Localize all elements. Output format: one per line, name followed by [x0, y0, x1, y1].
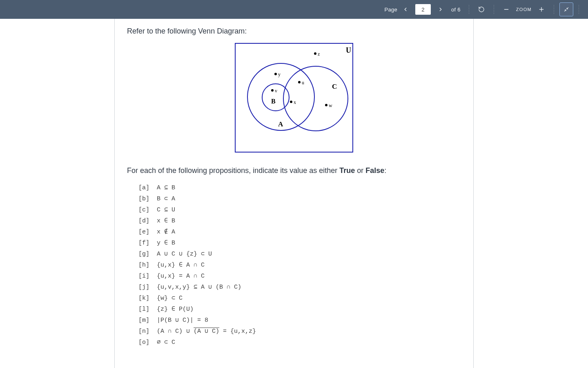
document-viewer: Refer to the following Venn Diagram: U C…: [0, 19, 588, 368]
proposition-row: [b] B ⊂ A: [138, 193, 461, 204]
svg-point-6: [283, 66, 348, 131]
reload-button[interactable]: [475, 3, 488, 16]
page-label: Page: [385, 7, 397, 13]
venn-prompt: Refer to the following Venn Diagram:: [127, 27, 461, 36]
venn-label-C: C: [332, 83, 337, 90]
instruction-pre: For each of the following propositions, …: [127, 166, 339, 175]
toolbar-separator: [494, 4, 494, 15]
venn-label-U: U: [346, 46, 351, 54]
proposition-row: [e] x ∉ A: [138, 227, 461, 238]
svg-point-7: [314, 52, 316, 55]
instruction-colon: :: [384, 166, 386, 175]
venn-point-v: v: [275, 88, 277, 94]
venn-point-y: y: [278, 72, 281, 77]
proposition-row: [i] {u,x} = A ∩ C: [138, 271, 461, 282]
proposition-row: [f] y ∈ B: [138, 238, 461, 249]
toolbar-separator: [469, 4, 469, 15]
prev-page-button[interactable]: [399, 3, 412, 16]
proposition-row: [j] {u,v,x,y} ⊆ A ∪ (B ∩ C): [138, 282, 461, 293]
toolbar-separator: [579, 4, 579, 15]
zoom-in-button[interactable]: [535, 3, 548, 16]
svg-point-8: [274, 73, 277, 75]
toolbar-separator: [554, 4, 554, 15]
collapse-button[interactable]: [560, 3, 573, 16]
proposition-row: [a] A ⊆ B: [138, 182, 461, 193]
svg-point-9: [298, 81, 301, 83]
instruction-true: True: [339, 166, 355, 175]
proposition-row: [d] x ∈ B: [138, 215, 461, 227]
venn-point-w: w: [329, 103, 332, 108]
svg-point-12: [325, 104, 327, 106]
instruction-or: or: [355, 166, 365, 175]
venn-label-A: A: [278, 120, 283, 128]
zoom-label: ZOOM: [516, 7, 532, 12]
instruction-text: For each of the following propositions, …: [127, 166, 461, 175]
page-total-label: of 6: [451, 7, 461, 13]
proposition-row: [h] {u,x} ∈ A ∩ C: [138, 260, 461, 271]
venn-diagram: U C B A z y u v x w: [127, 43, 461, 153]
venn-point-x: x: [294, 99, 296, 105]
proposition-row: [l] {z} ∈ P(U): [138, 304, 461, 315]
proposition-row: [n] (A ∩ C) ∪ (A ∪ C) = {u,x,z}: [138, 326, 461, 337]
proposition-list: [a] A ⊆ B[b] B ⊂ A[c] C ⊆ U[d] x ∈ B[e] …: [138, 182, 461, 348]
svg-point-11: [290, 101, 292, 103]
proposition-row: [g] A ∪ C ∪ {z} ⊂ U: [138, 249, 461, 260]
next-page-button[interactable]: [434, 3, 447, 16]
proposition-row: [c] C ⊆ U: [138, 204, 461, 215]
svg-point-10: [271, 89, 274, 92]
svg-rect-3: [235, 43, 353, 152]
pdf-toolbar: Page of 6 ZOOM: [0, 0, 588, 19]
zoom-out-button[interactable]: [500, 3, 513, 16]
venn-point-z: z: [318, 51, 320, 57]
instruction-false: False: [365, 166, 384, 175]
proposition-row: [k] {w} ⊂ C: [138, 293, 461, 304]
page-number-input[interactable]: [415, 4, 431, 15]
venn-point-u: u: [302, 80, 304, 85]
venn-label-B: B: [271, 98, 276, 105]
proposition-row: [m] |P(B ∪ C)| = 8: [138, 315, 461, 326]
document-page: Refer to the following Venn Diagram: U C…: [114, 19, 474, 368]
proposition-row: [o] ∅ ⊂ C: [138, 337, 461, 348]
